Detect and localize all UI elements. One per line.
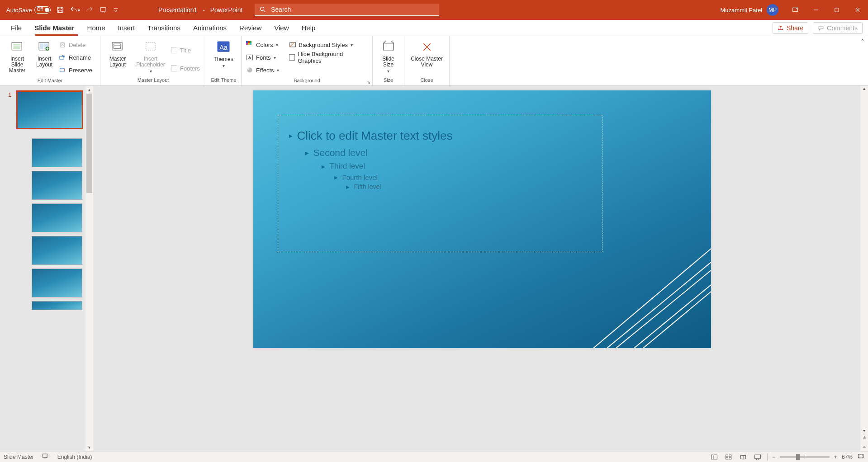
scroll-up-button[interactable]: ▴: [85, 86, 93, 94]
thumbnail-layout-3[interactable]: [32, 203, 82, 232]
thumbnail-layout-2[interactable]: [32, 171, 82, 200]
collapse-ribbon-button[interactable]: ˄: [861, 38, 864, 47]
effects-button[interactable]: Effects▾: [244, 64, 281, 76]
hide-background-graphics-checkbox[interactable]: Hide Background Graphics: [287, 52, 370, 63]
title-bar: AutoSave Off ▾ Presentation1 - PowerPoin…: [0, 0, 868, 20]
slide-master-canvas[interactable]: ▶Click to edit Master text styles ▶Secon…: [253, 90, 711, 348]
tab-review[interactable]: Review: [233, 20, 268, 36]
slide-canvas-area[interactable]: ▶Click to edit Master text styles ▶Secon…: [96, 86, 868, 451]
master-layout-button[interactable]: Master Layout: [103, 38, 132, 69]
maximize-button[interactable]: [826, 0, 847, 20]
background-styles-button[interactable]: Background Styles▾: [287, 39, 370, 51]
autosave-toggle[interactable]: AutoSave Off: [4, 0, 53, 20]
thumbnail-layout-6[interactable]: [32, 301, 82, 310]
thumbnail-layout-1[interactable]: [32, 138, 82, 167]
themes-button[interactable]: Aa Themes▾: [209, 38, 238, 69]
svg-rect-33: [383, 43, 393, 50]
tell-me-search[interactable]: [255, 4, 439, 16]
tab-animations[interactable]: Animations: [187, 20, 233, 36]
bullet-icon: ▶: [334, 175, 338, 180]
preserve-button[interactable]: Preserve: [57, 64, 94, 76]
scroll-down-button[interactable]: ▾: [860, 428, 868, 436]
text-level-5[interactable]: Fifth level: [354, 183, 381, 190]
svg-text:A: A: [248, 56, 251, 60]
tab-insert[interactable]: Insert: [112, 20, 142, 36]
app-name: PowerPoint: [210, 6, 243, 14]
status-bar: Slide Master English (India) − + 67%: [0, 451, 868, 462]
spellcheck-icon[interactable]: [42, 453, 49, 461]
svg-rect-42: [726, 455, 728, 457]
content-placeholder[interactable]: ▶Click to edit Master text styles ▶Secon…: [278, 115, 602, 252]
ribbon-display-options-button[interactable]: [785, 0, 806, 20]
share-button[interactable]: Share: [773, 22, 808, 34]
group-label-master-layout: Master Layout: [100, 77, 206, 85]
user-avatar[interactable]: MP: [767, 4, 778, 16]
text-level-3[interactable]: Third level: [330, 162, 365, 171]
preserve-icon: [59, 66, 66, 74]
fonts-icon: A: [246, 54, 253, 61]
fit-to-window-button[interactable]: [857, 453, 864, 461]
scroll-up-button[interactable]: ▴: [860, 86, 868, 94]
save-button[interactable]: [53, 0, 67, 20]
minimize-button[interactable]: [806, 0, 826, 20]
master-index: 1: [8, 91, 11, 98]
next-slide-button[interactable]: ⩡: [860, 443, 868, 451]
tab-view[interactable]: View: [268, 20, 295, 36]
comments-button[interactable]: Comments: [813, 22, 863, 34]
text-level-2[interactable]: Second level: [313, 147, 368, 158]
rename-button[interactable]: Rename: [57, 52, 94, 63]
previous-slide-button[interactable]: ≜: [860, 436, 868, 443]
svg-rect-10: [40, 43, 44, 49]
user-name[interactable]: Muzammil Patel: [716, 7, 767, 14]
effects-icon: [246, 66, 253, 74]
normal-view-button[interactable]: [709, 453, 719, 462]
canvas-scrollbar[interactable]: ▴ ▾ ≜ ⩡: [860, 86, 868, 451]
insert-slide-master-button[interactable]: Insert Slide Master: [3, 38, 32, 75]
insert-layout-button[interactable]: Insert Layout: [32, 38, 57, 69]
colors-button[interactable]: Colors▾: [244, 39, 281, 51]
themes-icon: Aa: [215, 39, 232, 55]
thumbnail-layout-5[interactable]: [32, 269, 82, 297]
slide-size-button[interactable]: Slide Size▾: [375, 38, 401, 75]
group-label-close: Close: [404, 77, 449, 85]
scroll-down-button[interactable]: ▾: [85, 443, 93, 451]
scroll-thumb[interactable]: [86, 94, 92, 193]
text-level-1[interactable]: Click to edit Master text styles: [297, 129, 453, 143]
status-mode[interactable]: Slide Master: [4, 454, 34, 460]
svg-rect-4: [793, 8, 798, 11]
tab-help[interactable]: Help: [295, 20, 322, 36]
zoom-level[interactable]: 67%: [842, 454, 853, 460]
text-level-4[interactable]: Fourth level: [342, 174, 378, 181]
reading-view-button[interactable]: [738, 453, 748, 462]
fonts-button[interactable]: AFonts▾: [244, 52, 281, 63]
thumbnail-scrollbar[interactable]: ▴ ▾: [85, 86, 93, 451]
undo-button[interactable]: ▾: [67, 0, 83, 20]
slideshow-view-button[interactable]: [753, 453, 763, 462]
svg-rect-45: [729, 457, 731, 459]
svg-rect-46: [755, 455, 761, 458]
slide-thumbnails-pane[interactable]: 1 ▴ ▾: [0, 86, 93, 451]
zoom-out-button[interactable]: −: [772, 454, 775, 460]
zoom-slider[interactable]: [780, 456, 830, 458]
tab-transitions[interactable]: Transitions: [141, 20, 187, 36]
thumbnail-layout-4[interactable]: [32, 236, 82, 265]
tab-home[interactable]: Home: [81, 20, 112, 36]
zoom-in-button[interactable]: +: [834, 454, 837, 460]
tab-slide-master[interactable]: Slide Master: [28, 20, 81, 36]
status-language[interactable]: English (India): [57, 454, 92, 460]
group-label-background: Background: [242, 78, 372, 85]
tab-file[interactable]: File: [5, 20, 28, 36]
search-input[interactable]: [271, 6, 435, 13]
close-master-view-button[interactable]: Close Master View: [407, 38, 446, 69]
close-window-button[interactable]: [847, 0, 868, 20]
placeholder-icon: [143, 39, 158, 55]
redo-button[interactable]: [83, 0, 96, 20]
slide-sorter-view-button[interactable]: [724, 453, 734, 462]
background-dialog-launcher[interactable]: ↘: [367, 80, 370, 85]
svg-rect-25: [246, 43, 248, 45]
svg-point-31: [248, 68, 249, 70]
qat-customize-button[interactable]: [110, 0, 122, 20]
bullet-icon: ▶: [289, 133, 293, 138]
thumbnail-master[interactable]: [16, 90, 83, 129]
start-from-beginning-button[interactable]: [96, 0, 110, 20]
